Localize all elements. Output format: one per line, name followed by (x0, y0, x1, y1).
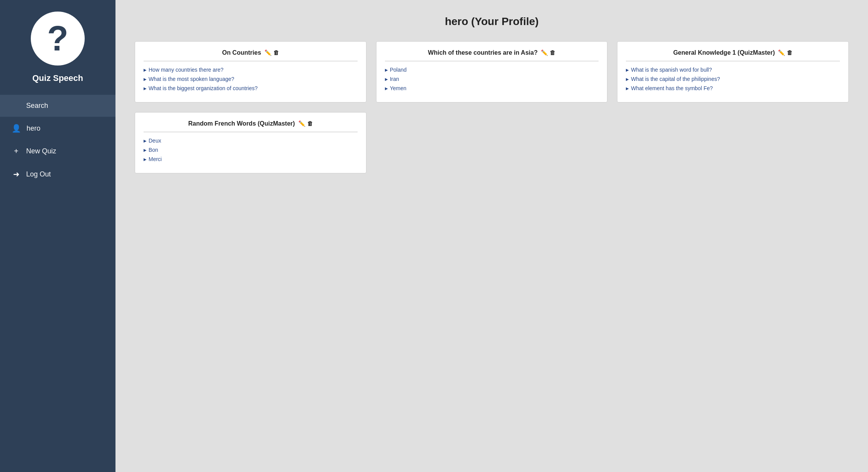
quiz-item-general-knowledge-1-1[interactable]: What is the capital of the philippines? (626, 76, 840, 82)
quiz-item-which-countries-asia-0[interactable]: Poland (385, 67, 599, 73)
sidebar-item-label-search: Search (26, 102, 48, 110)
quiz-item-general-knowledge-1-0[interactable]: What is the spanish word for bull? (626, 67, 840, 73)
quiz-card-title-which-countries-asia: Which of these countries are in Asia? ✏️… (385, 49, 599, 61)
sidebar-item-label-hero: hero (27, 124, 40, 133)
edit-quiz-which-countries-asia[interactable]: ✏️ (541, 49, 548, 56)
quiz-card-title-general-knowledge-1: General Knowledge 1 (QuizMaster) ✏️🗑 (626, 49, 840, 61)
quiz-card-title-on-countries: On Countries ✏️🗑 (144, 49, 358, 61)
sidebar-item-label-new-quiz: New Quiz (26, 147, 56, 155)
sidebar-item-log-out[interactable]: ➜Log Out (0, 163, 115, 186)
quiz-card-which-countries-asia: Which of these countries are in Asia? ✏️… (376, 41, 608, 102)
quiz-item-which-countries-asia-1[interactable]: Iran (385, 76, 599, 82)
sidebar-item-label-log-out: Log Out (26, 170, 51, 178)
sidebar-item-search[interactable]: Search (0, 95, 115, 117)
delete-quiz-which-countries-asia[interactable]: 🗑 (550, 49, 555, 56)
edit-quiz-random-french-words[interactable]: ✏️ (298, 120, 306, 127)
quiz-card-random-french-words: Random French Words (QuizMaster) ✏️🗑Deux… (135, 112, 366, 173)
quiz-card-title-random-french-words: Random French Words (QuizMaster) ✏️🗑 (144, 120, 358, 132)
sidebar-nav: Search👤hero+New Quiz➜Log Out (0, 95, 115, 186)
quiz-item-random-french-words-0[interactable]: Deux (144, 138, 358, 144)
app-logo: ? (31, 12, 85, 66)
quiz-item-which-countries-asia-2[interactable]: Yemen (385, 85, 599, 91)
new-quiz-icon: + (12, 147, 21, 156)
quiz-grid: On Countries ✏️🗑How many countries there… (135, 41, 849, 173)
delete-quiz-random-french-words[interactable]: 🗑 (307, 120, 313, 127)
logo-question-mark: ? (47, 21, 69, 56)
log-out-icon: ➜ (12, 170, 21, 179)
sidebar-item-new-quiz[interactable]: +New Quiz (0, 140, 115, 163)
sidebar: ? Quiz Speech Search👤hero+New Quiz➜Log O… (0, 0, 115, 472)
quiz-card-on-countries: On Countries ✏️🗑How many countries there… (135, 41, 366, 102)
page-title: hero (Your Profile) (135, 15, 849, 28)
hero-icon: 👤 (12, 124, 21, 133)
app-title: Quiz Speech (32, 73, 83, 83)
main-content: hero (Your Profile) On Countries ✏️🗑How … (115, 0, 868, 472)
quiz-item-general-knowledge-1-2[interactable]: What element has the symbol Fe? (626, 85, 840, 91)
edit-quiz-on-countries[interactable]: ✏️ (264, 49, 272, 56)
edit-quiz-general-knowledge-1[interactable]: ✏️ (778, 49, 785, 56)
quiz-item-on-countries-2[interactable]: What is the biggest organization of coun… (144, 85, 358, 91)
quiz-item-random-french-words-1[interactable]: Bon (144, 147, 358, 153)
quiz-item-on-countries-1[interactable]: What is the most spoken language? (144, 76, 358, 82)
quiz-item-on-countries-0[interactable]: How many countries there are? (144, 67, 358, 73)
quiz-item-random-french-words-2[interactable]: Merci (144, 156, 358, 162)
delete-quiz-general-knowledge-1[interactable]: 🗑 (787, 49, 793, 56)
delete-quiz-on-countries[interactable]: 🗑 (273, 49, 279, 56)
quiz-card-general-knowledge-1: General Knowledge 1 (QuizMaster) ✏️🗑What… (617, 41, 849, 102)
sidebar-item-hero[interactable]: 👤hero (0, 117, 115, 140)
